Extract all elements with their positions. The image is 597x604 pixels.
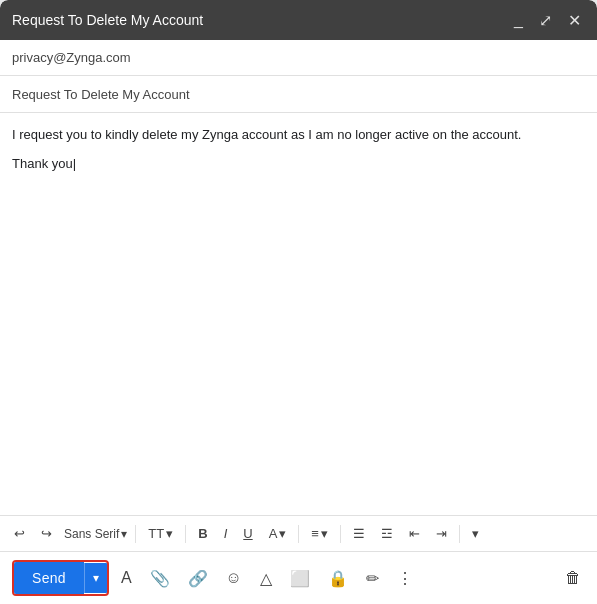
underline-button[interactable]: U (237, 522, 258, 545)
numbered-list-button[interactable]: ☰ (347, 522, 371, 545)
separator-1 (135, 525, 136, 543)
attach-file-icon[interactable]: 📎 (146, 565, 174, 592)
send-dropdown-chevron-icon: ▾ (93, 571, 99, 585)
numbered-list-icon: ☰ (353, 526, 365, 541)
font-size-button[interactable]: TT ▾ (142, 522, 179, 545)
window-title: Request To Delete My Account (12, 12, 203, 28)
font-family-chevron-icon: ▾ (121, 527, 127, 541)
send-button[interactable]: Send (14, 562, 84, 594)
italic-button[interactable]: I (218, 522, 234, 545)
indent-less-icon: ⇤ (409, 526, 420, 541)
to-value: privacy@Zynga.com (12, 50, 131, 65)
drive-icon[interactable]: △ (256, 565, 276, 592)
expand-icon[interactable]: ⤢ (535, 9, 556, 32)
subject-value: Request To Delete My Account (12, 87, 190, 102)
body-line1: I request you to kindly delete my Zynga … (12, 125, 585, 146)
body-line2: Thank you (12, 154, 585, 175)
bullet-list-icon: ☲ (381, 526, 393, 541)
font-family-label: Sans Serif (64, 527, 119, 541)
font-size-chevron-icon: ▾ (166, 526, 173, 541)
font-color-label: A (269, 526, 278, 541)
discard-icon[interactable]: 🗑 (561, 565, 585, 591)
insert-photo-icon[interactable]: ⬜ (286, 565, 314, 592)
font-color-button[interactable]: A ▾ (263, 522, 293, 545)
compose-window: Request To Delete My Account _ ⤢ ✕ priva… (0, 0, 597, 604)
font-size-label: TT (148, 526, 164, 541)
more-options-icon[interactable]: ⋮ (393, 565, 417, 592)
indent-more-icon: ⇥ (436, 526, 447, 541)
confidential-icon[interactable]: 🔒 (324, 565, 352, 592)
compose-header: Request To Delete My Account _ ⤢ ✕ (0, 0, 597, 40)
separator-5 (459, 525, 460, 543)
minimize-icon[interactable]: _ (510, 9, 527, 31)
emoji-icon[interactable]: ☺ (222, 565, 246, 591)
close-icon[interactable]: ✕ (564, 9, 585, 32)
bottom-toolbar: Send ▾ A 📎 🔗 ☺ △ ⬜ 🔒 ✏ ⋮ 🗑 (0, 551, 597, 604)
separator-3 (298, 525, 299, 543)
align-button[interactable]: ≡ ▾ (305, 522, 334, 545)
send-group: Send ▾ (12, 560, 109, 596)
separator-2 (185, 525, 186, 543)
header-actions: _ ⤢ ✕ (510, 9, 585, 32)
compose-fields: privacy@Zynga.com Request To Delete My A… (0, 40, 597, 113)
format-text-icon[interactable]: A (117, 565, 136, 591)
bold-button[interactable]: B (192, 522, 213, 545)
subject-field: Request To Delete My Account (0, 76, 597, 112)
bullet-list-button[interactable]: ☲ (375, 522, 399, 545)
bottom-icons-group: A 📎 🔗 ☺ △ ⬜ 🔒 ✏ ⋮ (117, 565, 417, 592)
align-icon: ≡ (311, 526, 319, 541)
indent-more-button[interactable]: ⇥ (430, 522, 453, 545)
separator-4 (340, 525, 341, 543)
send-dropdown-button[interactable]: ▾ (84, 563, 107, 593)
to-field: privacy@Zynga.com (0, 40, 597, 76)
compose-body[interactable]: I request you to kindly delete my Zynga … (0, 113, 597, 515)
font-family-select[interactable]: Sans Serif ▾ (62, 523, 129, 545)
signature-icon[interactable]: ✏ (362, 565, 383, 592)
more-formatting-button[interactable]: ▾ (466, 522, 485, 545)
redo-button[interactable]: ↪ (35, 522, 58, 545)
bottom-left-section: Send ▾ A 📎 🔗 ☺ △ ⬜ 🔒 ✏ ⋮ (12, 560, 417, 596)
indent-less-button[interactable]: ⇤ (403, 522, 426, 545)
more-formatting-chevron-icon: ▾ (472, 526, 479, 541)
align-chevron-icon: ▾ (321, 526, 328, 541)
font-color-chevron-icon: ▾ (279, 526, 286, 541)
undo-button[interactable]: ↩ (8, 522, 31, 545)
formatting-toolbar: ↩ ↪ Sans Serif ▾ TT ▾ B I U A ▾ ≡ ▾ ☰ ☲ (0, 515, 597, 551)
insert-link-icon[interactable]: 🔗 (184, 565, 212, 592)
